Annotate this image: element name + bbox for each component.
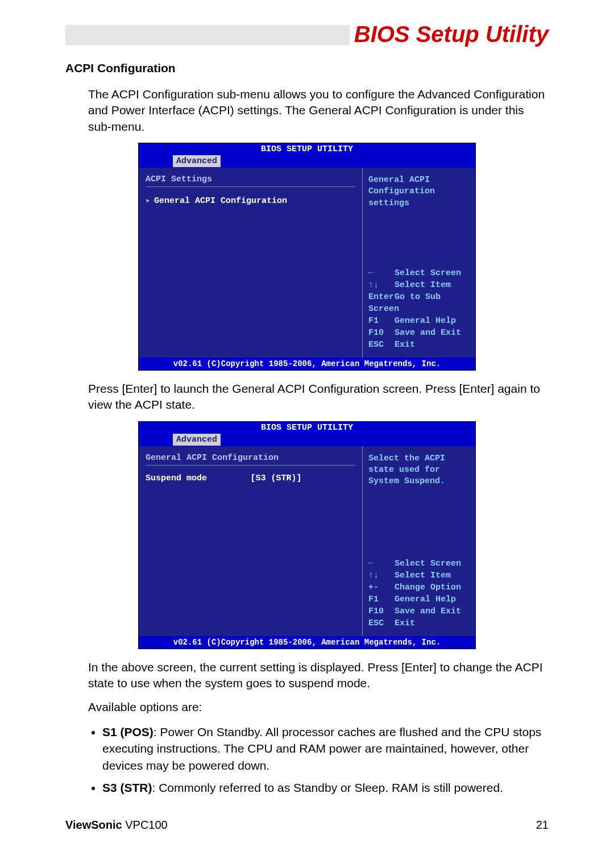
bios2-title: BIOS SETUP UTILITY [139,422,475,434]
page-number: 21 [536,819,549,832]
bios1-right-panel: General ACPI Configuration settings ←Sel… [363,168,475,358]
paragraph-intro: The ACPI Configuration sub-menu allows y… [65,86,549,135]
section-heading: ACPI Configuration [65,61,549,75]
bios1-left-panel: ACPI Settings ▸General ACPI Configuratio… [139,168,363,358]
option-s3-str: S3 (STR): Commonly referred to as Standb… [102,779,549,796]
bios2-right-panel: Select the ACPI state used for System Su… [363,446,475,636]
paragraph-after-bios1: Press [Enter] to launch the General ACPI… [65,381,549,413]
paragraph-available-options: Available options are: [65,699,549,715]
bios1-footer: v02.61 (C)Copyright 1985-2006, American … [139,358,475,370]
bios1-item-label: General ACPI Configuration [154,196,287,206]
bios-screenshot-1: BIOS SETUP UTILITY Advanced ACPI Setting… [138,143,476,371]
bios1-help-text: General ACPI Configuration settings [368,175,471,209]
bios1-tabbar: Advanced [139,155,475,168]
submenu-arrow-icon: ▸ [146,196,151,206]
header-title: BIOS Setup Utility [350,23,549,45]
bios2-tab-advanced[interactable]: Advanced [173,434,221,446]
bios1-key-legend: ←Select Screen ↑↓Select Item EnterGo to … [368,267,471,351]
bios2-setting-label: Suspend mode [146,474,251,483]
page-footer: ViewSonic VPC100 21 [65,819,549,832]
bios2-left-panel: General ACPI Configuration Suspend mode … [139,446,363,636]
bios2-tabbar: Advanced [139,434,475,446]
page-header: BIOS Setup Utility [65,23,549,45]
bios-screenshot-2: BIOS SETUP UTILITY Advanced General ACPI… [138,421,476,649]
bios2-footer: v02.61 (C)Copyright 1985-2006, American … [139,636,475,649]
options-list: S1 (POS): Power On Standby. All processo… [65,724,549,796]
bios1-menu-item-general-acpi[interactable]: ▸General ACPI Configuration [146,195,355,206]
option-s1-pos: S1 (POS): Power On Standby. All processo… [102,724,549,774]
bios1-tab-advanced[interactable]: Advanced [173,155,221,167]
bios1-left-heading: ACPI Settings [146,175,355,187]
footer-brand: ViewSonic [65,819,122,831]
bios2-key-legend: ←Select Screen ↑↓Select Item +-Change Op… [368,558,471,629]
bios2-left-heading: General ACPI Configuration [146,453,355,466]
bios2-setting-suspend-mode[interactable]: Suspend mode [S3 (STR)] [146,474,355,483]
footer-model: VPC100 [125,819,168,831]
bios2-help-text: Select the ACPI state used for System Su… [368,453,471,488]
bios2-setting-value: [S3 (STR)] [251,474,356,483]
paragraph-after-bios2: In the above screen, the current setting… [65,659,549,692]
header-gray-bar [65,25,350,45]
bios1-title: BIOS SETUP UTILITY [139,143,475,155]
